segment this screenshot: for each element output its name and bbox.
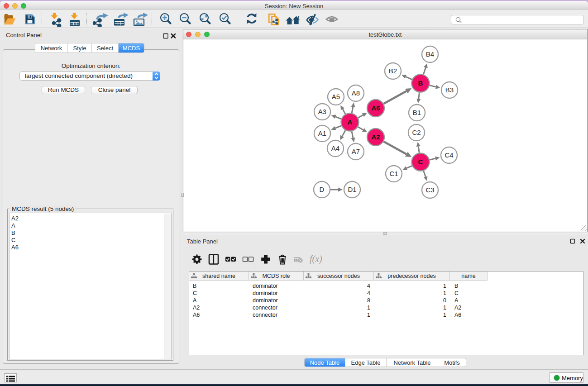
svg-text:B1: B1 (413, 109, 421, 116)
svg-text:A2: A2 (371, 133, 380, 141)
svg-text:C4: C4 (445, 151, 453, 159)
svg-text:B3: B3 (445, 86, 454, 94)
svg-text:A3: A3 (318, 108, 326, 115)
svg-text:C1: C1 (389, 170, 398, 177)
svg-text:A4: A4 (331, 144, 339, 152)
svg-text:A7: A7 (352, 148, 360, 155)
svg-text:A5: A5 (332, 93, 340, 100)
svg-text:A6: A6 (371, 104, 380, 112)
svg-text:B4: B4 (426, 50, 434, 58)
svg-text:C: C (418, 158, 423, 166)
svg-text:D: D (320, 186, 325, 193)
svg-text:A1: A1 (318, 129, 326, 137)
svg-text:A: A (348, 118, 353, 126)
svg-text:B: B (418, 79, 423, 87)
svg-text:C2: C2 (412, 129, 421, 136)
svg-text:D1: D1 (348, 186, 356, 193)
svg-text:C3: C3 (425, 186, 434, 194)
svg-text:A8: A8 (352, 89, 360, 97)
svg-text:B2: B2 (389, 67, 397, 75)
